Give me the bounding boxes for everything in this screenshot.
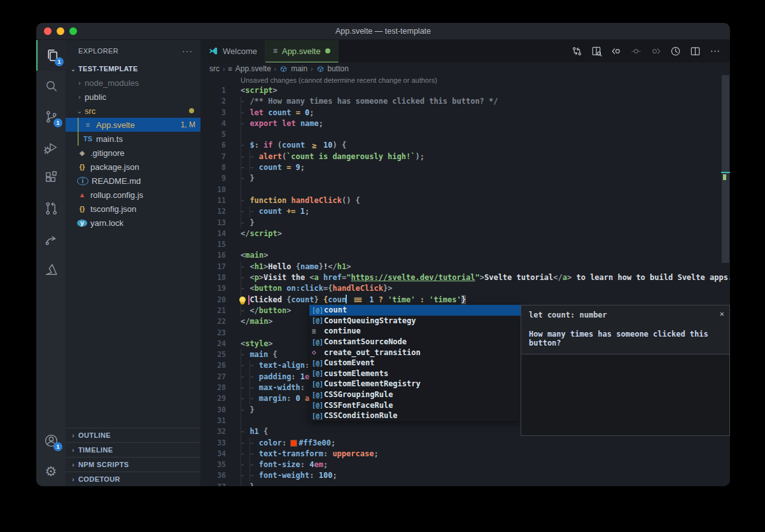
suggest-item-constantsourcenode[interactable]: [@]ConstantSourceNode <box>309 337 521 347</box>
code-line[interactable]: 10 <box>200 185 730 195</box>
line-number: 11 <box>200 195 226 206</box>
symbol-cube-icon <box>316 65 325 73</box>
breadcrumb-separator: › <box>223 66 225 73</box>
previous-change-icon[interactable] <box>608 44 624 59</box>
breadcrumb-item-button[interactable]: button <box>328 64 349 73</box>
tree-item--gitignore[interactable]: ◆.gitignore <box>66 146 200 160</box>
open-preview-icon[interactable] <box>589 44 604 59</box>
indent-guide <box>249 449 250 459</box>
code-line[interactable]: 34→→text-transform: uppercase; <box>200 449 730 459</box>
breadcrumb[interactable]: src›≡App.svelte›main›button <box>200 62 730 75</box>
activity-run-debug-icon[interactable] <box>36 132 66 162</box>
tree-item-public[interactable]: ›public <box>66 90 200 104</box>
code-line[interactable]: 36→→font-weight: 100; <box>200 470 730 481</box>
code-editor[interactable]: Unsaved changes (cannot determine recent… <box>200 75 730 486</box>
activity-extensions-icon[interactable] <box>36 162 66 193</box>
suggest-label: CustomEvent <box>324 358 374 367</box>
code-line[interactable]: 8→→count = 9; <box>200 162 730 173</box>
tree-root-test-template[interactable]: ⌄TEST-TEMPLATE <box>66 62 200 76</box>
line-number: 27 <box>200 372 226 382</box>
close-icon[interactable]: ✕ <box>720 309 724 318</box>
activity-accounts-icon[interactable]: 1 <box>36 425 66 456</box>
tab-whitespace: → <box>249 459 258 470</box>
code-line[interactable]: 6→$: if (count ≥ 10) { <box>200 140 730 151</box>
code-line[interactable]: 18→<p>Visit the <a href="https://svelte.… <box>200 272 730 283</box>
activity-source-control-icon[interactable]: 1 <box>36 101 66 132</box>
breadcrumb-item-app-svelte[interactable]: App.svelte <box>235 64 271 73</box>
tab-whitespace: → <box>241 405 249 416</box>
current-change-icon[interactable] <box>628 44 643 59</box>
color-swatch[interactable] <box>291 440 297 446</box>
suggest-item-count[interactable]: [@]count <box>309 305 521 316</box>
code-line[interactable]: 35→→font-size: 4em; <box>200 459 730 470</box>
tab-welcome[interactable]: Welcome <box>200 40 265 62</box>
next-change-icon[interactable] <box>648 44 663 59</box>
breadcrumb-item-main[interactable]: main <box>291 64 307 73</box>
section-outline[interactable]: ›OUTLINE <box>66 428 200 442</box>
code-line[interactable]: 16<main> <box>200 250 730 261</box>
suggest-item-create_out_transition[interactable]: ◇create_out_transition <box>309 347 521 358</box>
split-editor-icon[interactable] <box>687 44 703 59</box>
section-timeline[interactable]: ›TIMELINE <box>66 442 200 457</box>
code-line[interactable]: 11→function handleClick() { <box>200 195 730 206</box>
line-number: 5 <box>200 129 226 140</box>
code-line[interactable]: 2→/** How many times has someone clicked… <box>200 96 730 107</box>
suggest-item-customevent[interactable]: [@]CustomEvent <box>309 358 521 368</box>
tab-app-svelte[interactable]: ≡App.svelte <box>265 40 339 62</box>
suggest-item-countqueuingstrategy[interactable]: [@]CountQueuingStrategy <box>309 316 521 326</box>
code-line[interactable]: 4→export let name; <box>200 118 730 129</box>
activity-azure-icon[interactable] <box>36 254 66 284</box>
title-bar[interactable]: App.svelte — test-template <box>36 23 730 40</box>
code-line[interactable]: 5 <box>200 129 730 140</box>
suggest-item-customelements[interactable]: [@]customElements <box>309 368 521 379</box>
code-line[interactable]: 9→} <box>200 173 730 184</box>
json-file-icon: {} <box>77 205 87 213</box>
section-npm-scripts[interactable]: ›NPM SCRIPTS <box>66 457 200 472</box>
code-line[interactable]: 7→→alert(`count is dangerously high!`); <box>200 151 730 162</box>
code-line[interactable]: 14</script> <box>200 228 730 239</box>
tree-item-node-modules[interactable]: ›node_modules <box>66 76 200 90</box>
compare-changes-icon[interactable] <box>569 44 584 59</box>
suggest-label: customElements <box>324 369 388 378</box>
suggest-item-cssgroupingrule[interactable]: [@]CSSGroupingRule <box>309 389 521 400</box>
tab-whitespace: → <box>241 482 249 486</box>
suggest-item-cssfontfacerule[interactable]: [@]CSSFontFaceRule <box>309 400 521 410</box>
activity-explorer-icon[interactable]: 1 <box>36 40 67 71</box>
activity-search-icon[interactable] <box>36 71 66 101</box>
tree-item-main-ts[interactable]: TSmain.ts <box>66 132 200 146</box>
tree-item-tsconfig-json[interactable]: {}tsconfig.json <box>66 202 200 216</box>
code-line[interactable]: 17→<h1>Hello {name}!</h1> <box>200 262 730 272</box>
tree-item-package-json[interactable]: {}package.json <box>66 160 200 174</box>
line-content: →→count += 1; <box>241 206 730 217</box>
code-line[interactable]: 37→} <box>200 482 730 486</box>
suggest-label: continue <box>324 326 361 335</box>
suggest-item-continue[interactable]: ≡continue <box>309 326 521 337</box>
activity-pull-requests-icon[interactable] <box>36 193 66 223</box>
suggest-item-customelementregistry[interactable]: [@]CustomElementRegistry <box>309 379 521 389</box>
tree-item-rollup-config-js[interactable]: ▲rollup.config.js <box>66 188 200 202</box>
code-line[interactable]: 12→→count += 1; <box>200 206 730 217</box>
code-line[interactable]: 20→Clicked {count} {coun ≡ 1 ? 'time' : … <box>200 295 730 305</box>
tree-item-yarn-lock[interactable]: yyarn.lock <box>66 216 200 230</box>
activity-live-share-icon[interactable] <box>36 223 66 254</box>
tree-item-readme-md[interactable]: iREADME.md <box>66 174 200 188</box>
tree-item-src[interactable]: ⌄src <box>66 104 200 118</box>
more-actions-icon[interactable] <box>707 44 722 59</box>
code-line[interactable]: 33→→color: #ff3e00; <box>200 438 730 449</box>
code-line[interactable]: 13→} <box>200 218 730 228</box>
indent-guide <box>241 108 241 118</box>
tree-item-app-svelte[interactable]: ≡App.svelte1, M <box>66 118 200 132</box>
code-line[interactable]: 19→<button on:click={handleClick}> <box>200 283 730 294</box>
code-line[interactable]: 15 <box>200 239 730 250</box>
file-label: yarn.lock <box>90 218 123 228</box>
code-line[interactable]: 1<script> <box>200 85 730 96</box>
scrollbar-slider[interactable] <box>722 75 729 263</box>
line-number: 16 <box>200 250 226 261</box>
activity-settings-icon[interactable]: ⚙ <box>36 456 66 486</box>
suggest-item-cssconditionrule[interactable]: [@]CSSConditionRule <box>309 410 521 421</box>
explorer-more-actions-icon[interactable]: ··· <box>182 46 193 56</box>
file-history-icon[interactable] <box>668 44 683 59</box>
breadcrumb-item-src[interactable]: src <box>209 64 220 73</box>
section-codetour[interactable]: ›CODETOUR <box>66 472 200 486</box>
code-line[interactable]: 3→let count = 0; <box>200 108 730 118</box>
